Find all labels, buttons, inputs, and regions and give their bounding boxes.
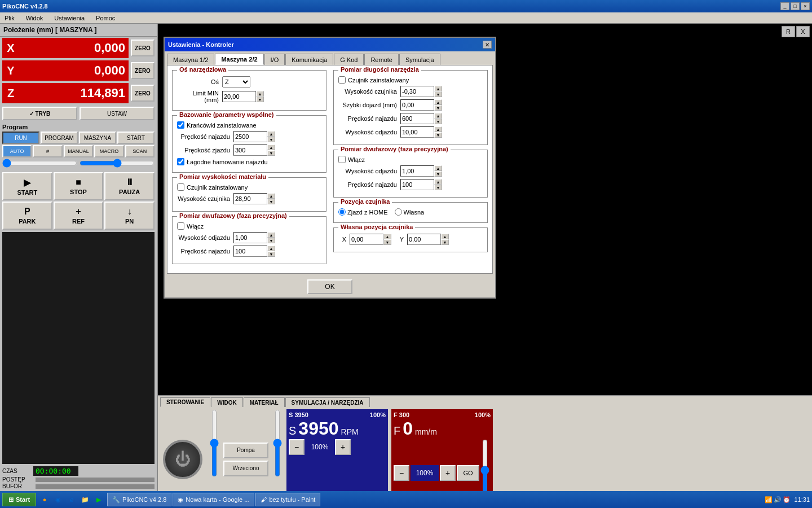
y-pos-down[interactable]: ▼ <box>441 239 449 245</box>
wysk-odj-r2-field[interactable] <box>400 165 434 177</box>
pred-najazdu-r-up[interactable]: ▲ <box>434 113 442 119</box>
pred-zjazdu-field[interactable] <box>233 144 267 156</box>
zjazd-radio[interactable] <box>338 208 346 216</box>
taskbar-app-chrome[interactable]: ◉ Nowa karta - Google ... <box>173 493 254 506</box>
x-pos-down[interactable]: ▼ <box>383 239 391 245</box>
mode-hash[interactable]: # <box>33 145 62 157</box>
limit-min-down[interactable]: ▼ <box>256 97 264 102</box>
minimize-button[interactable]: _ <box>780 2 789 10</box>
slider-1[interactable] <box>2 159 77 168</box>
close-button[interactable]: × <box>801 2 810 10</box>
mode-manual[interactable]: MANUAL <box>64 145 93 157</box>
dtab-gkod[interactable]: G Kod <box>334 54 364 65</box>
y-pos-field[interactable] <box>407 234 441 245</box>
menu-plik[interactable]: Plik <box>2 14 17 22</box>
tab-material[interactable]: MATERIAŁ <box>244 397 285 407</box>
zero-button-x[interactable]: ZERO <box>131 40 155 56</box>
dtab-remote[interactable]: Remote <box>364 54 399 65</box>
tab-sterowanie[interactable]: STEROWANIE <box>160 397 210 407</box>
pred-naj-r-down[interactable]: ▼ <box>434 185 442 190</box>
wlasna-radio[interactable] <box>395 208 402 216</box>
wysk-odj-mat-up[interactable]: ▲ <box>267 232 275 238</box>
park-button[interactable]: P PARK <box>2 202 52 230</box>
os-select[interactable]: Z X Y <box>222 76 250 87</box>
ie2-icon[interactable]: ◉ <box>52 493 64 506</box>
r-button[interactable]: R <box>782 26 795 37</box>
wysk-czujnika-r-down[interactable]: ▼ <box>434 91 442 97</box>
ref-button[interactable]: + REF <box>54 202 104 230</box>
tab-symulacja[interactable]: SYMULACJA / NARZĘDZIA <box>285 397 370 407</box>
limit-min-up[interactable]: ▲ <box>256 91 264 97</box>
pred-naj-mat-up[interactable]: ▲ <box>267 246 275 251</box>
lagodne-checkbox[interactable] <box>177 158 184 165</box>
pompa-button[interactable]: Pompa <box>223 443 268 458</box>
wrzeciono-button[interactable]: Wrzeciono <box>223 461 268 476</box>
maszyna-button[interactable]: MASZYNA <box>79 132 116 144</box>
dtab-io[interactable]: I/O <box>264 54 285 65</box>
pred-zjazdu-up[interactable]: ▲ <box>267 144 275 150</box>
program-button[interactable]: PROGRAM <box>41 132 78 144</box>
wysk-czujnika-mat-field[interactable] <box>233 193 267 204</box>
ustaw-button[interactable]: USTAW <box>80 107 155 120</box>
pred-naj-mat-field[interactable] <box>233 246 267 257</box>
ie3-icon[interactable]: ℯ <box>65 493 78 506</box>
szybki-dojazd-down[interactable]: ▼ <box>434 105 442 111</box>
wysk-odj-mat-field[interactable] <box>233 232 267 243</box>
pred-najazdu-down[interactable]: ▼ <box>267 137 275 142</box>
start-button[interactable]: ⊞ Start <box>2 493 36 506</box>
run-button[interactable]: RUN <box>2 132 39 144</box>
folder-icon[interactable]: 📁 <box>79 493 91 506</box>
pn-button[interactable]: ↓ PN <box>104 202 155 230</box>
mode-auto[interactable]: AUTO <box>2 145 32 157</box>
taskbar-app-paint[interactable]: 🖌 bez tytułu - Paint <box>255 493 320 506</box>
wlacz-r-checkbox[interactable] <box>338 156 346 163</box>
x-pos-field[interactable] <box>350 234 383 245</box>
stop-ctrl-button[interactable]: ■ STOP <box>54 172 104 200</box>
pred-najazdu-up[interactable]: ▲ <box>267 131 275 137</box>
wysk-czujnika-mat-up[interactable]: ▲ <box>267 193 275 199</box>
pred-naj-mat-down[interactable]: ▼ <box>267 251 275 257</box>
krancowki-checkbox[interactable] <box>177 121 184 129</box>
spindle-minus-button[interactable]: − <box>289 439 304 455</box>
mode-scan[interactable]: SCAN <box>125 145 155 157</box>
taskbar-app-pikonc[interactable]: 🔧 PikoCNC v4.2.8 <box>107 493 171 506</box>
start-prog-button[interactable]: START <box>117 132 155 144</box>
x-pos-up[interactable]: ▲ <box>383 234 391 239</box>
ie-icon[interactable]: ● <box>38 493 51 506</box>
menu-widok[interactable]: Widok <box>24 14 46 22</box>
ok-button[interactable]: OK <box>307 279 352 294</box>
zero-button-y[interactable]: ZERO <box>131 62 155 79</box>
menu-ustawienia[interactable]: Ustawienia <box>52 14 87 22</box>
pred-najazdu-field[interactable] <box>233 131 267 142</box>
power-button[interactable]: ⏻ <box>163 440 202 479</box>
vertical-slider-2[interactable] <box>273 409 282 477</box>
dialog-close-button[interactable]: ✕ <box>483 41 492 49</box>
wysk-odj-r-down[interactable]: ▼ <box>434 132 442 138</box>
x-button[interactable]: X <box>796 26 810 37</box>
tab-widok[interactable]: WIDOK <box>211 397 242 407</box>
menu-pomoc[interactable]: Pomoc <box>94 14 117 22</box>
go-button[interactable]: GO <box>457 465 479 481</box>
szybki-dojazd-field[interactable] <box>400 99 434 111</box>
feed-plus-button[interactable]: + <box>440 465 456 481</box>
settings-dialog[interactable]: Ustawienia - Kontroler ✕ Maszyna 1/2 Mas… <box>164 37 496 299</box>
spindle-plus-button[interactable]: + <box>335 439 351 455</box>
dtab-maszyna1[interactable]: Maszyna 1/2 <box>167 54 214 65</box>
wysk-odj-r-up[interactable]: ▲ <box>434 126 442 132</box>
dtab-symulacja[interactable]: Symulacja <box>399 54 440 65</box>
dtab-komunikacja[interactable]: Komunikacja <box>285 54 333 65</box>
tryb-button[interactable]: ✓ TRYB <box>2 107 77 120</box>
limit-min-input[interactable] <box>222 91 256 102</box>
pred-naj-r-field[interactable] <box>400 179 434 190</box>
pauza-button[interactable]: ⏸ PAUZA <box>104 172 155 200</box>
media-icon[interactable]: ▶ <box>92 493 105 506</box>
szybki-dojazd-up[interactable]: ▲ <box>434 99 442 105</box>
pred-naj-r-up[interactable]: ▲ <box>434 179 442 185</box>
pred-najazdu-r-field[interactable] <box>400 113 434 124</box>
wysk-czujnika-mat-down[interactable]: ▼ <box>267 199 275 204</box>
feed-minus-button[interactable]: − <box>394 465 409 481</box>
mode-macro[interactable]: MACRO <box>94 145 123 157</box>
zero-button-z[interactable]: ZERO <box>131 85 155 102</box>
pred-zjazdu-down[interactable]: ▼ <box>267 150 275 156</box>
dtab-maszyna2[interactable]: Maszyna 2/2 <box>215 54 263 65</box>
